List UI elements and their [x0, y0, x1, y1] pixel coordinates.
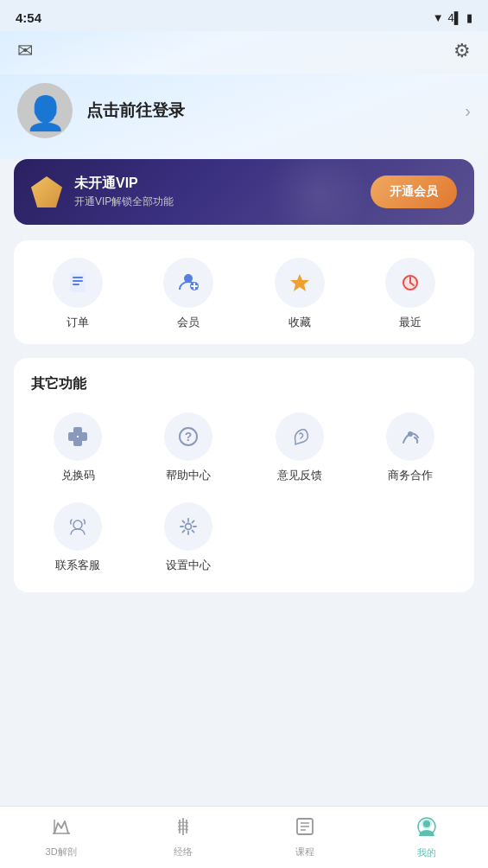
settings-center-icon [164, 502, 212, 551]
mine-nav-label: 我的 [417, 846, 436, 859]
other-section: 其它功能 兑换码 ? [14, 358, 474, 592]
meridian-nav-label: 经络 [174, 846, 193, 858]
quick-item-recent[interactable]: 最近 [384, 258, 436, 330]
avatar-icon: 👤 [25, 94, 66, 132]
mail-icon[interactable]: ✉ [17, 40, 33, 62]
section-title: 其它功能 [22, 375, 466, 407]
business-icon [386, 412, 434, 461]
settings-icon[interactable]: ⚙ [453, 40, 471, 62]
svg-marker-6 [290, 274, 309, 291]
anatomy-icon [51, 816, 72, 842]
func-item-business[interactable]: 商务合作 [355, 407, 466, 488]
vip-subscribe-button[interactable]: 开通会员 [371, 176, 457, 208]
help-label: 帮助中心 [166, 468, 211, 483]
func-item-redeem[interactable]: 兑换码 [22, 407, 133, 488]
mine-icon [415, 815, 438, 843]
top-header: ✉ ⚙ [0, 31, 488, 74]
quick-icons-row: 订单 会员 收藏 [14, 240, 474, 344]
vip-diamond-icon [31, 176, 62, 207]
order-label: 订单 [67, 315, 89, 330]
svg-rect-14 [73, 437, 82, 446]
func-item-settings[interactable]: 设置中心 [133, 497, 244, 578]
func-item-feedback[interactable]: 意见反馈 [244, 407, 355, 488]
nav-item-anatomy[interactable]: 3D解剖 [0, 816, 122, 858]
service-icon [54, 502, 102, 551]
redeem-label: 兑换码 [61, 468, 95, 483]
order-icon [53, 258, 103, 308]
recent-icon [385, 258, 435, 308]
help-icon: ? [164, 412, 212, 461]
vip-info: 未开通VIP 开通VIP解锁全部功能 [31, 175, 174, 209]
avatar: 👤 [17, 83, 73, 138]
course-nav-label: 课程 [295, 846, 314, 858]
status-time: 4:54 [16, 10, 41, 25]
signal-icon: 4▌ [448, 11, 462, 24]
meridian-icon [173, 816, 193, 842]
vip-title: 未开通VIP [74, 175, 174, 193]
collect-label: 收藏 [288, 315, 311, 330]
vip-subtitle: 开通VIP解锁全部功能 [74, 195, 174, 209]
svg-rect-3 [73, 284, 79, 285]
recent-label: 最近 [399, 315, 421, 330]
nav-item-meridian[interactable]: 经络 [122, 816, 244, 858]
svg-point-28 [423, 820, 430, 827]
feedback-label: 意见反馈 [277, 468, 322, 483]
func-item-help[interactable]: ? 帮助中心 [133, 407, 244, 488]
nav-item-mine[interactable]: 我的 [366, 815, 488, 859]
nav-item-course[interactable]: 课程 [244, 816, 366, 858]
status-icons: ▼ 4▌ ▮ [433, 11, 472, 24]
profile-arrow-icon: › [465, 101, 471, 121]
svg-text:?: ? [185, 430, 193, 444]
quick-item-member[interactable]: 会员 [162, 258, 214, 330]
battery-icon: ▮ [466, 11, 472, 24]
func-item-service[interactable]: 联系客服 [22, 497, 133, 578]
login-text: 点击前往登录 [86, 99, 465, 122]
quick-item-collect[interactable]: 收藏 [274, 258, 326, 330]
redeem-icon [54, 412, 102, 461]
main-content: 未开通VIP 开通VIP解锁全部功能 开通会员 订单 [0, 159, 488, 592]
anatomy-nav-label: 3D解剖 [46, 846, 77, 858]
svg-rect-13 [73, 427, 82, 436]
svg-rect-1 [73, 277, 83, 278]
status-bar: 4:54 ▼ 4▌ ▮ [0, 0, 488, 31]
member-icon [163, 258, 213, 308]
course-icon [295, 816, 315, 842]
bottom-nav: 3D解剖 经络 课程 [0, 806, 488, 868]
svg-point-17 [408, 431, 413, 437]
service-label: 联系客服 [55, 558, 100, 573]
member-label: 会员 [177, 315, 200, 330]
svg-rect-0 [70, 273, 86, 292]
collect-icon [275, 258, 325, 308]
svg-point-19 [186, 524, 192, 530]
feedback-icon [276, 412, 324, 461]
settings-label: 设置中心 [166, 558, 211, 573]
vip-banner: 未开通VIP 开通VIP解锁全部功能 开通会员 [14, 159, 474, 225]
business-label: 商务合作 [388, 468, 433, 483]
svg-point-18 [73, 520, 82, 529]
quick-item-order[interactable]: 订单 [52, 258, 104, 330]
network-icon: ▼ [433, 11, 444, 24]
profile-section[interactable]: 👤 点击前往登录 › [0, 74, 488, 159]
func-grid: 兑换码 ? 帮助中心 [22, 407, 466, 578]
svg-rect-2 [73, 280, 83, 282]
